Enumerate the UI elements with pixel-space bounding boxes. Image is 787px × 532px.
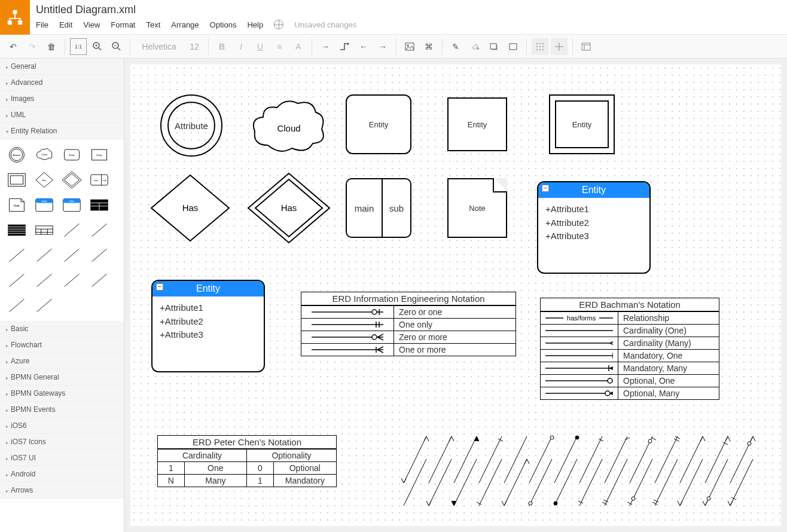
- menu-arrange[interactable]: Arrange: [171, 20, 199, 29]
- shape-attribute-ring[interactable]: Attribute: [160, 94, 222, 157]
- shape-entity-frame[interactable]: Entity: [549, 94, 615, 154]
- redo-button[interactable]: ↷: [24, 38, 41, 55]
- delete-button[interactable]: 🗑: [43, 38, 60, 55]
- underline-button[interactable]: U: [252, 38, 269, 55]
- shape-thumb-chen-legend[interactable]: [32, 219, 56, 241]
- connector-samples[interactable]: [379, 435, 773, 507]
- canvas[interactable]: Attribute Cloud Entity Entity Entity Has…: [130, 65, 781, 526]
- shape-thumb-line-12[interactable]: [32, 295, 56, 316]
- sidebar-item-advanced[interactable]: Advanced: [0, 75, 124, 91]
- shape-thumb-entity-frame[interactable]: [5, 169, 29, 191]
- arrow-end-button[interactable]: →: [374, 38, 391, 55]
- svg-line-77: [37, 299, 52, 311]
- erd-ie-table[interactable]: ERD Information Engineering Notation Zer…: [301, 292, 516, 356]
- link-button[interactable]: ⌘: [420, 38, 437, 55]
- shape-thumb-cloud[interactable]: Cloud: [32, 144, 56, 166]
- sidebar-item-flowchart[interactable]: Flowchart: [0, 337, 124, 353]
- menu-file[interactable]: File: [36, 20, 48, 29]
- shape-style-button[interactable]: [505, 38, 521, 55]
- document-title[interactable]: Untitled Diagram.xml: [30, 0, 787, 17]
- grid-dots-button[interactable]: [532, 38, 548, 55]
- menu-edit[interactable]: Edit: [59, 20, 72, 29]
- layout-panel-button[interactable]: [578, 38, 594, 55]
- shape-thumb-line-10[interactable]: [87, 270, 111, 291]
- sidebar-item-bpmn-events[interactable]: BPMN Events: [0, 402, 124, 418]
- shape-thumb-has-diamond[interactable]: Has: [32, 169, 56, 191]
- shape-entity-roundrect[interactable]: Entity: [346, 94, 411, 154]
- shape-note[interactable]: Note: [447, 178, 507, 238]
- erd-bach-table[interactable]: ERD Bachman's Notation has/formsRelation…: [540, 298, 719, 400]
- font-family-field[interactable]: Helvetica: [135, 38, 183, 55]
- sidebar-item-basic[interactable]: Basic: [0, 321, 124, 337]
- menu-help[interactable]: Help: [247, 20, 263, 29]
- fill-color-button[interactable]: [466, 38, 483, 55]
- image-button[interactable]: [401, 38, 418, 55]
- zoom-out-button[interactable]: [108, 38, 125, 55]
- font-color-button[interactable]: A: [290, 38, 307, 55]
- shape-has-dbldiamond[interactable]: Has: [247, 172, 331, 244]
- stroke-color-button[interactable]: ✎: [447, 38, 464, 55]
- shape-thumb-line-7[interactable]: [5, 270, 29, 291]
- shape-thumb-line-11[interactable]: [5, 295, 29, 316]
- menu-format[interactable]: Format: [111, 20, 135, 29]
- shape-thumb-attribute[interactable]: Attribute: [5, 144, 29, 166]
- shape-thumb-line-5[interactable]: [60, 244, 84, 266]
- menu-options[interactable]: Options: [210, 20, 237, 29]
- shape-entity-rect[interactable]: Entity: [447, 97, 507, 151]
- sidebar-item-entity-relation[interactable]: Entity Relation: [0, 123, 124, 139]
- shape-entity-table-2[interactable]: Entity +Attribute1+Attribute2+Attribute3: [151, 280, 265, 372]
- undo-button[interactable]: ↶: [5, 38, 22, 55]
- entity-body: +Attribute1+Attribute2+Attribute3: [152, 296, 264, 371]
- menu-text[interactable]: Text: [146, 20, 160, 29]
- shape-entity-table-1[interactable]: Entity +Attribute1+Attribute2+Attribute3: [537, 181, 651, 274]
- sidebar-item-ios7-ui[interactable]: iOS7 UI: [0, 450, 124, 466]
- erd-chen-table[interactable]: ERD Peter Chen's Notation CardinalityOpt…: [157, 435, 337, 487]
- app-logo[interactable]: [0, 0, 30, 35]
- zoom-fit-button[interactable]: 1:1: [70, 38, 87, 55]
- shape-thumb-mainsub[interactable]: mainsub: [87, 169, 111, 191]
- shape-thumb-entity-rect[interactable]: Entity: [87, 144, 111, 166]
- line-style-button[interactable]: →: [317, 38, 334, 55]
- shape-thumb-line-1[interactable]: [60, 219, 84, 241]
- sidebar-item-ios7-icons[interactable]: iOS7 Icons: [0, 434, 124, 450]
- shape-thumb-ie-legend[interactable]: [87, 194, 111, 216]
- guides-button[interactable]: [551, 38, 568, 55]
- shape-thumb-has-dbldiamond[interactable]: [60, 169, 84, 191]
- globe-icon[interactable]: [274, 20, 283, 29]
- shape-thumb-line-4[interactable]: [32, 244, 56, 266]
- shape-thumb-line-3[interactable]: [5, 244, 29, 266]
- sidebar-item-azure[interactable]: Azure: [0, 353, 124, 369]
- sidebar-item-android[interactable]: Android: [0, 466, 124, 482]
- zoom-in-button[interactable]: [89, 38, 106, 55]
- shape-thumb-line-6[interactable]: [87, 244, 111, 266]
- waypoint-button[interactable]: [336, 38, 353, 55]
- shape-thumb-line-2[interactable]: [87, 219, 111, 241]
- shape-thumb-entity-round rect[interactable]: Entity: [60, 144, 84, 166]
- shape-thumb-note[interactable]: Note: [5, 194, 29, 216]
- shape-thumb-entity-table[interactable]: Table: [32, 194, 56, 216]
- italic-button[interactable]: I: [233, 38, 249, 55]
- shape-thumb-entity-table2[interactable]: Table: [60, 194, 84, 216]
- bold-button[interactable]: B: [213, 38, 230, 55]
- menu-view[interactable]: View: [83, 20, 100, 29]
- sidebar-item-general[interactable]: General: [0, 59, 124, 75]
- shape-main-sub[interactable]: main sub: [346, 178, 411, 238]
- sidebar-item-bpmn-gateways[interactable]: BPMN Gateways: [0, 386, 124, 402]
- canvas-area[interactable]: Attribute Cloud Entity Entity Entity Has…: [124, 59, 787, 532]
- shape-has-diamond[interactable]: Has: [148, 172, 232, 244]
- sidebar-item-ios6[interactable]: iOS6: [0, 418, 124, 434]
- align-button[interactable]: ≡: [271, 38, 288, 55]
- svg-point-111: [608, 378, 612, 383]
- shape-cloud[interactable]: Cloud: [250, 94, 328, 160]
- shape-thumb-bach-legend[interactable]: [5, 219, 29, 241]
- arrow-start-button[interactable]: ←: [355, 38, 372, 55]
- sidebar-item-bpmn-general[interactable]: BPMN General: [0, 369, 124, 386]
- shadow-button[interactable]: [486, 38, 502, 55]
- sidebar-item-images[interactable]: Images: [0, 91, 124, 107]
- font-size-field[interactable]: 12: [185, 38, 203, 55]
- shape-thumb-line-8[interactable]: [32, 270, 56, 291]
- sidebar-item-uml[interactable]: UML: [0, 107, 124, 123]
- sidebar-item-arrows[interactable]: Arrows: [0, 482, 124, 499]
- svg-text:Cloud: Cloud: [277, 123, 300, 133]
- shape-thumb-line-9[interactable]: [60, 270, 84, 291]
